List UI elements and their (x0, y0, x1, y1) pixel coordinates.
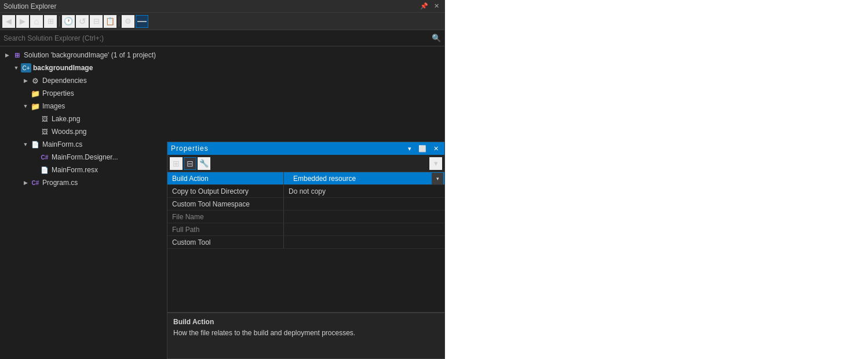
build-action-dropdown-btn[interactable]: ▾ (432, 173, 443, 184)
collapse-button[interactable]: ⊟ (90, 15, 103, 28)
images-folder-icon: 📁 (30, 101, 41, 111)
prop-toolbar-right: ▾ (429, 157, 442, 170)
dependencies-icon: ⚙ (30, 76, 41, 85)
prop-maximize-icon[interactable]: ⬜ (416, 144, 429, 153)
prop-title: Properties (171, 144, 209, 153)
settings-button[interactable]: ⚙ (122, 15, 134, 28)
expand-icon: ▶ (21, 180, 30, 186)
tree-label-properties: Properties (42, 89, 74, 97)
tree-label-mainform: MainForm.cs (42, 140, 82, 148)
prop-name-copy-output: Copy to Output Directory (167, 187, 283, 195)
home-button[interactable]: ⌂ (30, 15, 43, 28)
expand-icon: ▶ (21, 78, 30, 84)
back-button[interactable]: ◀ (2, 15, 15, 28)
tree-item-project[interactable]: ▼ C+ backgroundImage (0, 61, 444, 74)
copy-button[interactable]: 📋 (104, 15, 116, 28)
prop-row-fullpath[interactable]: Full Path (167, 223, 444, 236)
tree-label-mainform-designer: MainForm.Designer... (52, 153, 118, 161)
tree-label-mainform-resx: MainForm.resx (52, 166, 98, 174)
expand-icon: ▶ (2, 52, 12, 58)
tree-label-images: Images (42, 102, 65, 110)
prop-toolbar: ⊞ ⊟ 🔧 ▾ (167, 155, 444, 172)
se-titlebar: Solution Explorer 📌 ✕ (0, 0, 444, 13)
prop-close-icon[interactable]: ✕ (431, 144, 441, 153)
prop-divider (283, 211, 284, 223)
view-button[interactable]: — (136, 15, 148, 28)
se-close-icon[interactable]: ✕ (432, 2, 441, 10)
tree-item-woods[interactable]: ▶ 🖼 Woods.png (0, 125, 444, 138)
prop-row-custom-tool[interactable]: Custom Tool (167, 236, 444, 249)
build-action-value: Embedded resource (289, 175, 432, 183)
solution-icon: ⊞ (12, 50, 22, 60)
forward-button[interactable]: ▶ (16, 15, 29, 28)
prop-desc-title: Build Action (173, 318, 439, 326)
prop-name-custom-tool: Custom Tool (167, 238, 283, 246)
prop-name-filename: File Name (167, 213, 283, 221)
tree-label-lake: Lake.png (52, 115, 80, 123)
expand-icon: ▼ (21, 103, 30, 109)
prop-titlebar: Properties ▾ ⬜ ✕ (167, 142, 444, 155)
prop-row-build-action[interactable]: Build Action Embedded resource ▾ (167, 172, 444, 185)
png-icon: 🖼 (39, 114, 50, 124)
properties-folder-icon: 📁 (30, 89, 41, 98)
expand-icon: ▼ (21, 142, 30, 147)
properties-panel: Properties ▾ ⬜ ✕ ⊞ ⊟ 🔧 ▾ Build Action Em… (167, 142, 445, 359)
tree-item-lake[interactable]: ▶ 🖼 Lake.png (0, 113, 444, 125)
se-pin-icon[interactable]: 📌 (418, 2, 430, 10)
prop-sort-button[interactable]: ⊟ (184, 157, 196, 170)
refresh-button[interactable]: ↺ (76, 15, 89, 28)
tree-label-program: Program.cs (42, 179, 78, 187)
prop-description: Build Action How the file relates to the… (167, 312, 444, 358)
prop-dropdown-icon[interactable]: ▾ (406, 144, 414, 153)
expand-icon: ▼ (12, 65, 21, 71)
se-toolbar: ◀ ▶ ⌂ ⊞ 🕐 ↺ ⊟ 📋 ⚙ — (0, 13, 444, 30)
prop-wrench-button[interactable]: 🔧 (198, 157, 210, 170)
tree-label-dependencies: Dependencies (42, 77, 87, 85)
tree-item-dependencies[interactable]: ▶ ⚙ Dependencies (0, 74, 444, 87)
toolbar-sep-1 (59, 16, 60, 27)
prop-row-copy-output[interactable]: Copy to Output Directory Do not copy (167, 185, 444, 198)
resx-icon: 📄 (39, 165, 50, 175)
prop-divider (283, 236, 284, 248)
prop-name-custom-tool-ns: Custom Tool Namespace (167, 200, 283, 208)
prop-value-build-action: Embedded resource ▾ (284, 173, 444, 184)
tree-item-images[interactable]: ▼ 📁 Images (0, 100, 444, 113)
prop-desc-text: How the file relates to the build and de… (173, 328, 439, 338)
tree-label-project: backgroundImage (33, 64, 93, 72)
pending-button[interactable]: ⊞ (44, 15, 57, 28)
se-title: Solution Explorer (3, 2, 56, 10)
tree-label-solution: Solution 'backgroundImage' (1 of 1 proje… (24, 51, 156, 59)
prop-content: Build Action Embedded resource ▾ Copy to… (167, 172, 444, 312)
search-input[interactable] (3, 34, 432, 42)
prop-grid-button[interactable]: ⊞ (170, 157, 183, 170)
prop-toolbar-left: ⊞ ⊟ 🔧 (170, 157, 210, 170)
se-search-bar: 🔍 (0, 30, 444, 46)
tree-item-properties[interactable]: ▶ 📁 Properties (0, 87, 444, 100)
tree-item-solution[interactable]: ▶ ⊞ Solution 'backgroundImage' (1 of 1 p… (0, 49, 444, 61)
cs-icon: C# (39, 153, 50, 162)
prop-divider (283, 223, 284, 235)
prop-name-build-action: Build Action (167, 175, 283, 183)
prop-value-copy-output: Do not copy (284, 187, 444, 195)
prop-row-custom-tool-ns[interactable]: Custom Tool Namespace (167, 198, 444, 211)
tree-label-woods: Woods.png (52, 128, 87, 136)
right-area (445, 0, 868, 359)
png-icon-2: 🖼 (39, 127, 50, 136)
se-title-icons: 📌 ✕ (418, 2, 441, 10)
prop-row-filename[interactable]: File Name (167, 211, 444, 223)
prop-title-icons: ▾ ⬜ ✕ (406, 144, 441, 153)
history-button[interactable]: 🕐 (62, 15, 75, 28)
project-icon: C+ (21, 63, 31, 72)
prop-divider (283, 198, 284, 210)
search-icon: 🔍 (432, 34, 441, 42)
toolbar-sep-2 (119, 16, 119, 27)
prop-chevron-button[interactable]: ▾ (429, 157, 442, 170)
program-icon: C# (30, 178, 41, 187)
prop-name-fullpath: Full Path (167, 226, 283, 234)
mainform-icon: 📄 (30, 140, 41, 149)
